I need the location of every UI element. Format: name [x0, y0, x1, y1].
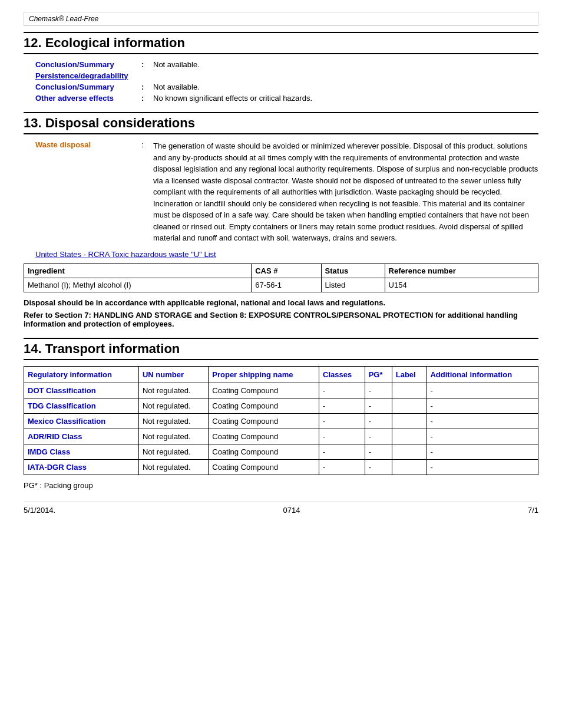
- transport-header-shipping: Proper shipping name: [209, 366, 319, 383]
- hazardous-waste-table: Ingredient CAS # Status Reference number…: [24, 263, 538, 292]
- table-header-ingredient: Ingredient: [24, 263, 252, 278]
- transport-cell-regulatory: TDG Classification: [24, 398, 139, 413]
- document-header-text: Chemask® Lead-Free: [29, 15, 98, 23]
- conclusion-summary-value-2: Not available.: [153, 83, 538, 91]
- table-cell-cas: 67-56-1: [252, 278, 321, 292]
- colon-3: :: [141, 94, 153, 103]
- transport-cell-shipping: Coating Compound: [209, 383, 319, 398]
- transport-cell-additional: -: [427, 398, 538, 413]
- transport-cell-pg: -: [365, 383, 392, 398]
- table-header-status: Status: [321, 263, 385, 278]
- transport-row: IATA-DGR Class Not regulated. Coating Co…: [24, 459, 538, 475]
- table-cell-reference: U154: [385, 278, 538, 292]
- transport-cell-regulatory: IMDG Class: [24, 444, 139, 459]
- transport-header-pg: PG*: [365, 366, 392, 383]
- packing-note: PG* : Packing group: [24, 481, 538, 490]
- transport-header-regulatory: Regulatory information: [24, 366, 139, 383]
- transport-row: Mexico Classification Not regulated. Coa…: [24, 413, 538, 429]
- disposal-note-1: Disposal should be in accordance with ap…: [24, 298, 538, 307]
- transport-cell-label: [392, 459, 427, 475]
- transport-row: ADR/RID Class Not regulated. Coating Com…: [24, 429, 538, 444]
- conclusion-summary-row-1: Conclusion/Summary : Not available.: [24, 60, 538, 69]
- transport-cell-un: Not regulated.: [138, 444, 208, 459]
- waste-disposal-row: Waste disposal : The generation of waste…: [24, 140, 538, 244]
- transport-cell-pg: -: [365, 459, 392, 475]
- transport-cell-un: Not regulated.: [138, 459, 208, 475]
- conclusion-summary-value-1: Not available.: [153, 60, 538, 69]
- transport-row: TDG Classification Not regulated. Coatin…: [24, 398, 538, 413]
- transport-cell-label: [392, 429, 427, 444]
- table-header-reference: Reference number: [385, 263, 538, 278]
- footer-page: 7/1: [528, 506, 538, 515]
- transport-cell-label: [392, 398, 427, 413]
- footer-date: 5/1/2014.: [24, 506, 55, 515]
- footer: 5/1/2014. 0714 7/1: [24, 502, 538, 515]
- transport-row: IMDG Class Not regulated. Coating Compou…: [24, 444, 538, 459]
- waste-disposal-label: Waste disposal: [24, 140, 141, 149]
- transport-cell-shipping: Coating Compound: [209, 429, 319, 444]
- conclusion-summary-label-1: Conclusion/Summary: [24, 60, 141, 69]
- transport-cell-shipping: Coating Compound: [209, 413, 319, 429]
- document-header: Chemask® Lead-Free: [24, 12, 538, 26]
- section-12: 12. Ecological information Conclusion/Su…: [24, 32, 538, 103]
- transport-cell-regulatory: DOT Classification: [24, 383, 139, 398]
- conclusion-summary-row-2: Conclusion/Summary : Not available.: [24, 83, 538, 91]
- section-12-title: 12. Ecological information: [24, 32, 538, 54]
- transport-cell-regulatory: ADR/RID Class: [24, 429, 139, 444]
- conclusion-summary-label-2: Conclusion/Summary: [24, 83, 141, 91]
- transport-cell-label: [392, 383, 427, 398]
- transport-cell-un: Not regulated.: [138, 413, 208, 429]
- transport-header-un: UN number: [138, 366, 208, 383]
- transport-header-additional: Additional information: [427, 366, 538, 383]
- section-13-title: 13. Disposal considerations: [24, 112, 538, 134]
- transport-header-label: Label: [392, 366, 427, 383]
- section-14-title: 14. Transport information: [24, 338, 538, 360]
- transport-cell-pg: -: [365, 398, 392, 413]
- transport-row: DOT Classification Not regulated. Coatin…: [24, 383, 538, 398]
- transport-cell-un: Not regulated.: [138, 429, 208, 444]
- persistence-label: Persistence/degradability: [24, 71, 538, 80]
- disposal-note-2: Refer to Section 7: HANDLING AND STORAGE…: [24, 311, 538, 328]
- other-adverse-effects-row: Other adverse effects : No known signifi…: [24, 94, 538, 103]
- transport-cell-pg: -: [365, 444, 392, 459]
- transport-cell-label: [392, 444, 427, 459]
- table-header-cas: CAS #: [252, 263, 321, 278]
- transport-cell-un: Not regulated.: [138, 383, 208, 398]
- table-cell-ingredient: Methanol (I); Methyl alcohol (I): [24, 278, 252, 292]
- transport-cell-classes: -: [319, 413, 365, 429]
- transport-header-classes: Classes: [319, 366, 365, 383]
- waste-disposal-text: The generation of waste should be avoide…: [153, 140, 538, 244]
- transport-cell-classes: -: [319, 429, 365, 444]
- colon-2: :: [141, 83, 153, 91]
- transport-cell-shipping: Coating Compound: [209, 398, 319, 413]
- transport-cell-pg: -: [365, 429, 392, 444]
- transport-cell-shipping: Coating Compound: [209, 459, 319, 475]
- section-13: 13. Disposal considerations Waste dispos…: [24, 112, 538, 328]
- transport-cell-additional: -: [427, 444, 538, 459]
- transport-cell-classes: -: [319, 459, 365, 475]
- transport-cell-label: [392, 413, 427, 429]
- transport-cell-classes: -: [319, 444, 365, 459]
- transport-table: Regulatory information UN number Proper …: [24, 366, 538, 475]
- transport-cell-additional: -: [427, 413, 538, 429]
- rcra-link[interactable]: United States - RCRA Toxic hazardous was…: [24, 250, 538, 259]
- waste-colon: :: [141, 140, 153, 149]
- transport-cell-additional: -: [427, 429, 538, 444]
- section-14: 14. Transport information Regulatory inf…: [24, 338, 538, 490]
- transport-cell-shipping: Coating Compound: [209, 444, 319, 459]
- other-adverse-effects-label: Other adverse effects: [24, 94, 141, 103]
- transport-cell-un: Not regulated.: [138, 398, 208, 413]
- transport-cell-pg: -: [365, 413, 392, 429]
- other-adverse-effects-value: No known significant effects or critical…: [153, 94, 538, 103]
- transport-cell-additional: -: [427, 383, 538, 398]
- table-row: Methanol (I); Methyl alcohol (I) 67-56-1…: [24, 278, 538, 292]
- transport-cell-regulatory: Mexico Classification: [24, 413, 139, 429]
- colon-1: :: [141, 60, 153, 69]
- transport-cell-additional: -: [427, 459, 538, 475]
- transport-cell-regulatory: IATA-DGR Class: [24, 459, 139, 475]
- table-cell-status: Listed: [321, 278, 385, 292]
- transport-cell-classes: -: [319, 398, 365, 413]
- transport-cell-classes: -: [319, 383, 365, 398]
- footer-center: 0714: [283, 506, 300, 515]
